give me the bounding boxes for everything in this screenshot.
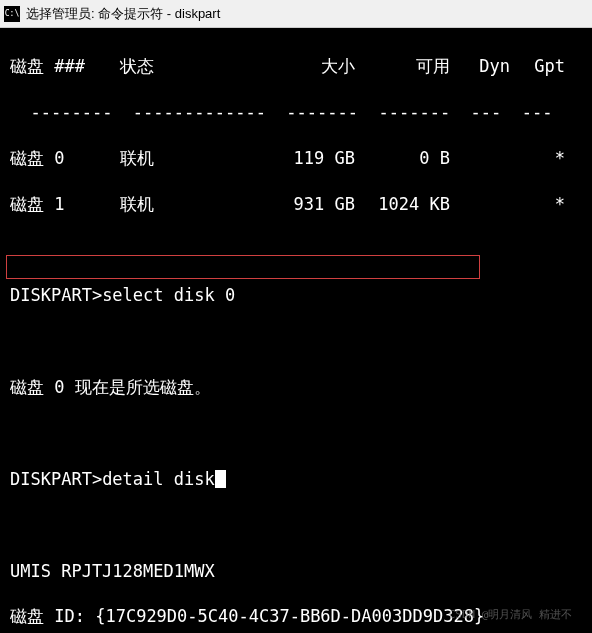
col-free: 可用 — [355, 55, 450, 78]
prompt: DISKPART> — [10, 284, 102, 307]
col-gpt: Gpt — [510, 55, 565, 78]
command-text: select disk 0 — [102, 284, 235, 307]
col-disk: 磁盘 ### — [10, 55, 120, 78]
cursor — [215, 470, 226, 488]
window-title: 选择管理员: 命令提示符 - diskpart — [26, 5, 220, 23]
disk-header-row: 磁盘 ###状态大小可用DynGpt — [10, 55, 582, 78]
blank-line — [10, 514, 582, 537]
disk-header-rule: -------- ------------- ------- ------- -… — [10, 101, 582, 124]
disk-row: 磁盘 1联机931 GB1024 KB* — [10, 193, 582, 216]
col-size: 大小 — [255, 55, 355, 78]
cmd-icon: C:\ — [4, 6, 20, 22]
prompt: DISKPART> — [10, 468, 102, 491]
terminal-output: 磁盘 ###状态大小可用DynGpt -------- ------------… — [0, 28, 592, 633]
col-dyn: Dyn — [450, 55, 510, 78]
disk-id-label: 磁盘 ID — [10, 605, 75, 628]
window-titlebar[interactable]: C:\ 选择管理员: 命令提示符 - diskpart — [0, 0, 592, 28]
command-line: DISKPART> detail disk — [10, 468, 582, 491]
disk-row: 磁盘 0联机119 GB0 B* — [10, 147, 582, 170]
blank-line — [10, 330, 582, 353]
disk-model: UMIS RPJTJ128MED1MWX — [10, 560, 582, 583]
watermark: CSDN @明月清风 精进不 — [449, 608, 572, 623]
message-selected: 磁盘 0 现在是所选磁盘。 — [10, 376, 582, 399]
blank-line — [10, 238, 582, 261]
command-line: DISKPART> select disk 0 — [10, 284, 582, 307]
command-text: detail disk — [102, 468, 215, 491]
disk-id-value: {17C929D0-5C40-4C37-BB6D-DA003DD9D328} — [95, 605, 484, 628]
blank-line — [10, 422, 582, 445]
col-status: 状态 — [120, 55, 255, 78]
